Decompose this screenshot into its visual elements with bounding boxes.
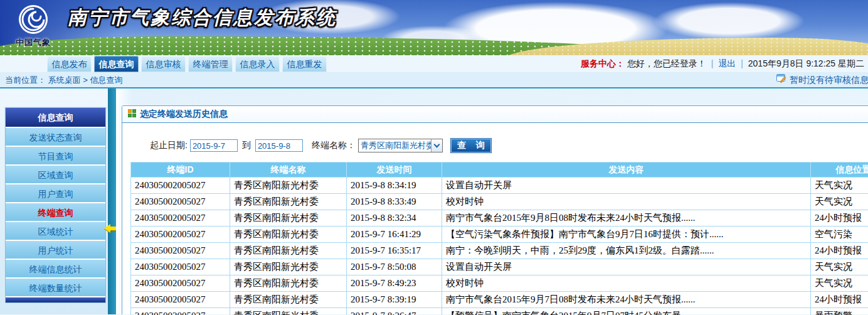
table-cell: 青秀区南阳新光村委 xyxy=(230,308,347,315)
table-cell: 240305002005027 xyxy=(131,243,230,259)
review-notice-text: 暂时没有待审核信息 xyxy=(790,72,868,88)
table-cell: 2015-9-7 8:50:08 xyxy=(347,259,442,275)
table-cell: 2015-9-7 16:41:29 xyxy=(347,227,442,243)
wheat-field-decoration xyxy=(505,38,868,55)
table-cell: 天气实况 xyxy=(811,259,868,275)
sidebar-item[interactable]: 用户查询 xyxy=(6,183,105,202)
table-cell: 青秀区南阳新光村委 xyxy=(230,227,347,243)
terminal-name-label: 终端名称： xyxy=(312,140,356,151)
sidebar-item[interactable]: 发送状态查询 xyxy=(6,127,105,146)
chevron-down-icon[interactable] xyxy=(431,139,442,152)
note-pencil-icon xyxy=(776,72,790,88)
cma-spiral-icon xyxy=(11,3,55,36)
main-content: 选定终端发送历史信息 起止日期: 到 终端名称： 青秀区南阳新光村委 查 询 xyxy=(116,88,868,314)
table-cell: 2015-9-7 16:35:17 xyxy=(347,243,442,259)
sidebar-item[interactable]: 区域查询 xyxy=(6,164,105,183)
table-cell: 24小时预报 xyxy=(811,210,868,227)
table-cell: 240305002005027 xyxy=(131,178,230,194)
history-table: 终端ID终端名称发送时间发送内容信息位置 240305002005027青秀区南… xyxy=(130,162,868,315)
sidebar-item[interactable]: 终端信息统计 xyxy=(6,259,105,277)
table-column-header: 信息位置 xyxy=(811,163,868,178)
table-row: 240305002005027青秀区南阳新光村委2015-9-8 8:34:19… xyxy=(131,178,868,194)
datetime-display: 2015年9月8日 9:12:25 星期二 xyxy=(748,58,864,68)
table-row: 240305002005027青秀区南阳新光村委2015-9-7 8:26:47… xyxy=(131,308,868,315)
nav-tab[interactable]: 信息审核 xyxy=(141,56,186,72)
table-cell: 天气实况 xyxy=(811,178,868,194)
table-cell: 暴雨预警 xyxy=(811,308,868,315)
separator: | xyxy=(711,58,714,68)
table-cell: 2015-9-7 8:26:47 xyxy=(347,308,442,315)
table-cell: 青秀区南阳新光村委 xyxy=(230,259,347,275)
date-to-input[interactable] xyxy=(255,139,303,152)
app-header: 中国气象 南宁市气象综合信息发布系统 xyxy=(0,0,868,55)
grid-icon xyxy=(128,109,140,119)
sidebar-menu: 发送状态查询节目查询区域查询用户查询终端查询区域统计用户统计终端信息统计终端数量… xyxy=(6,127,105,296)
sidebar-item[interactable]: 终端查询 xyxy=(6,202,105,221)
table-row: 240305002005027青秀区南阳新光村委2015-9-7 16:41:2… xyxy=(131,227,868,243)
panel-title: 选定终端发送历史信息 xyxy=(140,109,228,120)
table-cell: 青秀区南阳新光村委 xyxy=(230,178,347,194)
sidebar-divider xyxy=(108,88,116,314)
table-cell: 青秀区南阳新光村委 xyxy=(230,292,347,308)
body-area: 信息查询 发送状态查询节目查询区域查询用户查询终端查询区域统计用户统计终端信息统… xyxy=(0,88,868,314)
table-cell: 青秀区南阳新光村委 xyxy=(230,275,347,292)
table-cell: 青秀区南阳新光村委 xyxy=(230,210,347,227)
nav-tab[interactable]: 信息重发 xyxy=(282,56,327,72)
sidebar-item[interactable]: 终端数量统计 xyxy=(6,277,105,296)
sidebar-item[interactable]: 区域统计 xyxy=(6,221,105,240)
table-cell: 240305002005027 xyxy=(131,194,230,210)
date-from-input[interactable] xyxy=(190,139,238,152)
separator: | xyxy=(741,58,743,68)
table-column-header: 终端ID xyxy=(131,163,230,178)
table-cell: 南宁：今晚到明天，中雨，25到29度，偏东风1到2级。白露踏...... xyxy=(442,243,811,259)
table-cell: 南宁市气象台2015年9月8日08时发布未来24小时天气预报...... xyxy=(442,210,811,227)
table-cell: 天气实况 xyxy=(811,275,868,292)
table-column-header: 发送时间 xyxy=(347,163,442,178)
nav-tab[interactable]: 信息查询 xyxy=(94,56,139,72)
table-row: 240305002005027青秀区南阳新光村委2015-9-7 8:39:19… xyxy=(131,292,868,308)
table-cell: 空气污染 xyxy=(811,227,868,243)
logout-link[interactable]: 退出 xyxy=(718,58,736,68)
table-row: 240305002005027青秀区南阳新光村委2015-9-7 8:50:08… xyxy=(131,259,868,275)
table-cell: 设置自动开关屏 xyxy=(442,178,811,194)
app-window: 中国气象 南宁市气象综合信息发布系统 信息发布信息查询信息审核终端管理信息录入信… xyxy=(0,0,868,315)
nav-tabs: 信息发布信息查询信息审核终端管理信息录入信息重发 xyxy=(47,56,329,72)
date-range-label: 起止日期: xyxy=(150,140,188,151)
nav-tab[interactable]: 信息录入 xyxy=(235,56,280,72)
table-cell: 青秀区南阳新光村委 xyxy=(230,194,347,210)
table-cell: 南宁市气象台2015年9月7日08时发布未来24小时天气预报...... xyxy=(442,292,811,308)
table-cell: 240305002005027 xyxy=(131,275,230,292)
filter-row: 起止日期: 到 终端名称： 青秀区南阳新光村委 查 询 xyxy=(150,138,868,153)
panel-title-bar: 选定终端发送历史信息 xyxy=(122,106,868,123)
nav-tab[interactable]: 信息发布 xyxy=(47,56,92,72)
to-label: 到 xyxy=(242,140,251,151)
breadcrumb-label: 当前位置： xyxy=(5,75,46,85)
table-row: 240305002005027青秀区南阳新光村委2015-9-7 16:35:1… xyxy=(131,243,868,259)
table-cell: 天气实况 xyxy=(811,194,868,210)
sidebar-item[interactable]: 节目查询 xyxy=(6,146,105,164)
table-cell: 校对时钟 xyxy=(442,194,811,210)
sidebar-item[interactable]: 用户统计 xyxy=(6,240,105,259)
search-button[interactable]: 查 询 xyxy=(450,138,492,153)
table-header-row: 终端ID终端名称发送时间发送内容信息位置 xyxy=(131,163,868,178)
terminal-select-value: 青秀区南阳新光村委 xyxy=(359,139,431,152)
table-cell: 240305002005027 xyxy=(131,210,230,227)
table-cell: 【预警信号】南宁市气象台2015年9月7日07时45分发布暴...... xyxy=(442,308,811,315)
table-row: 240305002005027青秀区南阳新光村委2015-9-7 8:49:23… xyxy=(131,275,868,292)
table-cell: 2015-9-8 8:32:34 xyxy=(347,210,442,227)
table-cell: 240305002005027 xyxy=(131,259,230,275)
table-cell: 设置自动开关屏 xyxy=(442,259,811,275)
table-cell: 2015-9-8 8:34:19 xyxy=(347,178,442,194)
table-cell: 240305002005027 xyxy=(131,292,230,308)
breadcrumb-row: 当前位置： 系统桌面 > 信息查询 暂时没有待审核信息 xyxy=(0,72,868,88)
collapse-arrow-icon[interactable] xyxy=(104,224,116,233)
logo-caption: 中国气象 xyxy=(11,37,55,48)
table-row: 240305002005027青秀区南阳新光村委2015-9-8 8:33:49… xyxy=(131,194,868,210)
sidebar-title: 信息查询 xyxy=(6,108,105,127)
user-info: 服务中心： 您好，您已经登录！ | 退出 | 2015年9月8日 9:12:25… xyxy=(581,55,864,72)
sidebar: 信息查询 发送状态查询节目查询区域查询用户查询终端查询区域统计用户统计终端信息统… xyxy=(5,107,106,303)
table-column-header: 终端名称 xyxy=(230,163,347,178)
review-notice: 暂时没有待审核信息 xyxy=(776,72,868,88)
terminal-select[interactable]: 青秀区南阳新光村委 xyxy=(358,139,443,152)
nav-tab[interactable]: 终端管理 xyxy=(188,56,233,72)
